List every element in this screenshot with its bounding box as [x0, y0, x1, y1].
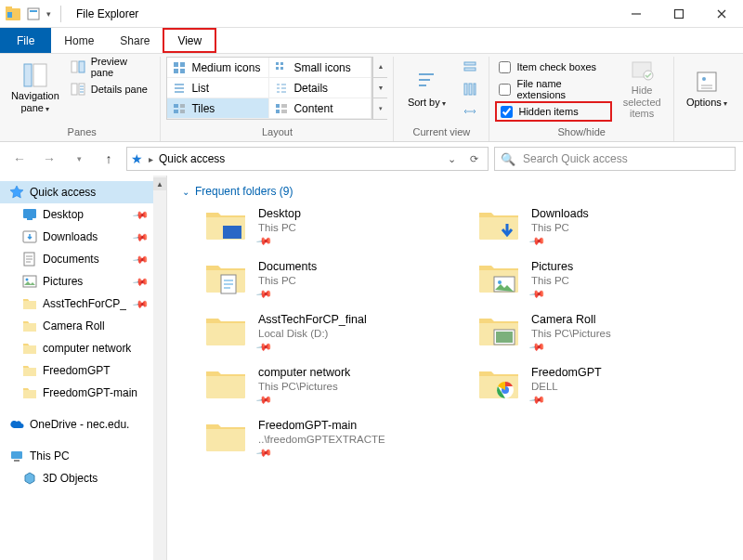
ribbon-view: Navigation pane ▾ Preview pane Details p… [0, 54, 743, 142]
svg-rect-36 [469, 84, 472, 95]
folder-item[interactable]: DocumentsThis PC📌 [204, 260, 459, 300]
back-button[interactable]: ← [7, 147, 32, 171]
folder-item[interactable]: FreedomGPTDELL📌 [477, 366, 732, 406]
folder-location: This PC [258, 275, 317, 286]
sidebar-item[interactable]: computer network [0, 337, 166, 359]
sidebar-item-label: Camera Roll [43, 319, 105, 332]
folder-location: This PC [531, 222, 589, 233]
group-panes: Navigation pane ▾ Preview pane Details p… [4, 57, 161, 141]
sort-by-button[interactable]: Sort by ▾ [399, 57, 453, 120]
layout-medium-icons[interactable]: Medium icons [167, 58, 269, 78]
layout-tiles[interactable]: Tiles [167, 98, 269, 119]
folder-name: Camera Roll [531, 313, 611, 326]
sidebar-item[interactable]: Downloads📌 [0, 226, 166, 248]
size-columns-button[interactable] [457, 101, 483, 122]
pin-icon: 📌 [531, 394, 602, 406]
maximize-button[interactable] [658, 0, 700, 28]
folder-item[interactable]: DownloadsThis PC📌 [477, 207, 732, 247]
sidebar-item[interactable]: OneDrive - nec.edu. [0, 413, 166, 436]
forward-button[interactable]: → [37, 147, 61, 171]
svg-rect-34 [464, 68, 476, 71]
svg-rect-25 [276, 62, 279, 65]
refresh-button[interactable]: ⟳ [463, 149, 484, 169]
sidebar-item-label: FreedomGPT-main [43, 386, 137, 399]
folder-icon [204, 366, 247, 405]
layout-details[interactable]: Details [269, 78, 372, 98]
app-icon [6, 7, 20, 21]
breadcrumb-chevron[interactable]: ▸ [149, 154, 153, 164]
options-button[interactable]: Options ▾ [680, 57, 734, 120]
navigation-toolbar: ← → ▾ ↑ ★ ▸ Quick access ⌄ ⟳ 🔍 Search Qu… [0, 142, 743, 176]
folder-item[interactable]: DesktopThis PC📌 [204, 207, 459, 247]
hidden-items-checkbox[interactable]: Hidden items [495, 101, 612, 122]
address-bar[interactable]: ★ ▸ Quick access ⌄ ⟳ [126, 147, 489, 171]
svg-point-41 [702, 77, 706, 81]
sidebar-item[interactable]: 3D Objects [0, 467, 166, 489]
sidebar-item[interactable]: AsstTechForCP_📌 [0, 293, 166, 315]
item-check-boxes-checkbox[interactable]: Item check boxes [495, 57, 612, 77]
section-header[interactable]: ⌄ Frequent folders (9) [182, 185, 732, 198]
thispc-icon [9, 449, 24, 463]
folder-name: Desktop [258, 207, 301, 220]
group-by-button[interactable] [457, 57, 483, 77]
sidebar-item[interactable]: Camera Roll [0, 315, 166, 337]
sidebar-item-label: 3D Objects [43, 472, 98, 485]
search-box[interactable]: 🔍 Search Quick access [494, 147, 736, 171]
details-pane-button[interactable]: Details pane [65, 79, 155, 99]
sidebar-item[interactable]: FreedomGPT-main [0, 382, 166, 404]
layout-content[interactable]: Content [269, 98, 372, 119]
folder-item[interactable]: PicturesThis PC📌 [477, 260, 732, 300]
sidebar-item-label: AsstTechForCP_ [43, 297, 126, 310]
sidebar-item-label: Pictures [43, 275, 83, 288]
folder-item[interactable]: Camera RollThis PC\Pictures📌 [477, 313, 732, 353]
qat-dropdown-icon[interactable]: ▾ [46, 9, 51, 19]
layout-list[interactable]: List [167, 78, 269, 98]
svg-rect-32 [276, 110, 280, 113]
sidebar-item[interactable]: Pictures📌 [0, 270, 166, 293]
properties-icon[interactable] [26, 7, 41, 21]
tab-share[interactable]: Share [107, 28, 163, 53]
folder-item[interactable]: computer networkThis PC\Pictures📌 [204, 366, 459, 406]
folder-icon [22, 363, 37, 378]
pin-icon: 📌 [132, 206, 150, 224]
sidebar-item[interactable]: FreedomGPT [0, 359, 166, 382]
layout-gallery[interactable]: Medium icons Small icons List Details Ti… [166, 57, 372, 120]
preview-pane-button[interactable]: Preview pane [65, 57, 155, 77]
sidebar-item[interactable]: Documents📌 [0, 248, 166, 270]
sidebar-scrollbar[interactable]: ▲ [153, 176, 166, 560]
tab-view[interactable]: View [163, 28, 216, 53]
layout-small-icons[interactable]: Small icons [269, 58, 372, 78]
quick-access-icon: ★ [131, 151, 143, 166]
address-dropdown-button[interactable]: ⌄ [441, 149, 462, 169]
hide-selected-button[interactable]: Hide selected items [616, 57, 668, 120]
up-button[interactable]: ↑ [97, 147, 121, 171]
svg-rect-26 [280, 62, 283, 65]
add-columns-button[interactable] [457, 79, 483, 99]
layout-gallery-scroll[interactable]: ▲▼▾ [372, 57, 387, 120]
file-name-extensions-checkbox[interactable]: File name extensions [495, 79, 612, 99]
minimize-button[interactable] [615, 0, 658, 28]
svg-rect-42 [223, 226, 241, 239]
folder-icon [477, 207, 520, 246]
folder-icon [204, 419, 247, 458]
folder-icon [477, 366, 520, 405]
folder-item[interactable]: FreedomGPT-main..\freedomGPTEXTRACTE📌 [204, 419, 459, 459]
tab-home[interactable]: Home [51, 28, 107, 53]
svg-rect-33 [464, 62, 476, 65]
window-title: File Explorer [71, 7, 138, 20]
svg-rect-19 [72, 84, 77, 95]
downloads-icon [22, 229, 37, 244]
navigation-pane-button[interactable]: Navigation pane ▾ [9, 57, 61, 120]
sidebar-item[interactable]: This PC [0, 445, 166, 467]
folder-icon [477, 313, 520, 352]
recent-locations-button[interactable]: ▾ [67, 147, 91, 171]
tab-file[interactable]: File [0, 28, 51, 53]
sidebar-item[interactable]: Quick access [0, 181, 166, 203]
breadcrumb[interactable]: Quick access [159, 152, 225, 165]
folder-item[interactable]: AsstTechForCP_finalLocal Disk (D:)📌 [204, 313, 459, 353]
pin-icon: 📌 [258, 447, 385, 459]
close-button[interactable] [700, 0, 743, 28]
sidebar-item-label: Desktop [43, 208, 84, 221]
sidebar-item[interactable]: Desktop📌 [0, 203, 166, 226]
title-bar: ▾ File Explorer [0, 0, 743, 28]
